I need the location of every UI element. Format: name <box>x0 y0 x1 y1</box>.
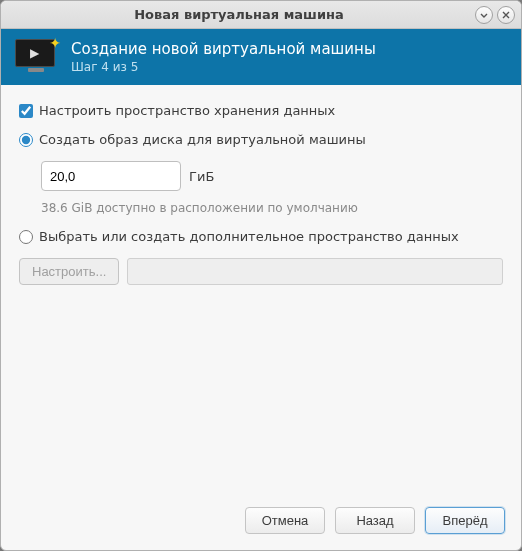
enable-storage-row[interactable]: Настроить пространство хранения данных <box>19 103 503 118</box>
header-step: Шаг 4 из 5 <box>71 60 376 74</box>
create-image-label: Создать образ диска для виртуальной маши… <box>39 132 366 147</box>
custom-storage-label: Выбрать или создать дополнительное прост… <box>39 229 459 244</box>
dialog-footer: Отмена Назад Вперёд <box>1 495 521 550</box>
titlebar: Новая виртуальная машина <box>1 1 521 29</box>
dialog-window: Новая виртуальная машина ✦ Создание ново… <box>0 0 522 551</box>
available-space-hint: 38.6 GiB доступно в расположении по умол… <box>41 201 503 215</box>
vm-icon: ✦ <box>15 39 57 75</box>
forward-button[interactable]: Вперёд <box>425 507 505 534</box>
back-button[interactable]: Назад <box>335 507 415 534</box>
window-title: Новая виртуальная машина <box>7 7 471 22</box>
header-title: Создание новой виртуальной машины <box>71 40 376 58</box>
disk-size-spinner: − + <box>41 161 181 191</box>
enable-storage-checkbox[interactable] <box>19 104 33 118</box>
disk-size-input[interactable] <box>42 162 181 190</box>
enable-storage-label: Настроить пространство хранения данных <box>39 103 335 118</box>
minimize-button[interactable] <box>475 6 493 24</box>
storage-path-input <box>127 258 503 285</box>
custom-storage-row[interactable]: Выбрать или создать дополнительное прост… <box>19 229 503 244</box>
create-image-radio[interactable] <box>19 133 33 147</box>
disk-size-unit: ГиБ <box>189 169 214 184</box>
cancel-button[interactable]: Отмена <box>245 507 325 534</box>
custom-storage-radio[interactable] <box>19 230 33 244</box>
content-area: Настроить пространство хранения данных С… <box>1 85 521 495</box>
configure-storage-button: Настроить... <box>19 258 119 285</box>
wizard-header: ✦ Создание новой виртуальной машины Шаг … <box>1 29 521 85</box>
close-button[interactable] <box>497 6 515 24</box>
disk-size-row: − + ГиБ <box>41 161 503 191</box>
create-image-row[interactable]: Создать образ диска для виртуальной маши… <box>19 132 503 147</box>
